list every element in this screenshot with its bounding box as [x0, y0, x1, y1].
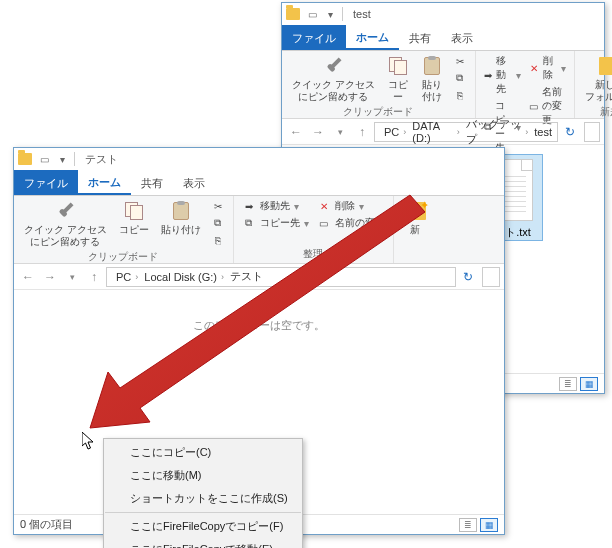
shortcut-icon: ⎘: [211, 233, 225, 247]
view-details-button[interactable]: ≣: [459, 518, 477, 532]
copy-button[interactable]: コピー: [115, 198, 153, 238]
titlebar[interactable]: ▭ ▾ test: [282, 3, 604, 25]
new-folder-label: 新しい フォルダー: [585, 79, 612, 103]
delete-button[interactable]: ✕削除▾: [527, 53, 568, 83]
up-button[interactable]: ↑: [84, 267, 104, 287]
rename-button[interactable]: ▭名前の変更: [315, 215, 387, 231]
search-field[interactable]: [482, 267, 500, 287]
back-button[interactable]: ←: [18, 267, 38, 287]
qat-save-icon[interactable]: ▭: [36, 151, 52, 167]
back-button[interactable]: ←: [286, 122, 306, 142]
context-menu-item[interactable]: ここにFireFileCopyで移動(E): [104, 538, 302, 548]
pasteshortcut-mini-button[interactable]: ⎘: [209, 232, 227, 248]
bc-pc[interactable]: PC: [116, 271, 131, 283]
context-menu-item[interactable]: ショートカットをここに作成(S): [104, 487, 302, 510]
group-clipboard-label: クリップボード: [20, 250, 227, 266]
tab-file[interactable]: ファイル: [282, 25, 346, 50]
search-field[interactable]: [584, 122, 600, 142]
move-to-button[interactable]: ➡移動先▾: [240, 198, 311, 214]
titlebar[interactable]: ▭ ▾ テスト: [14, 148, 504, 170]
context-menu-item[interactable]: ここに移動(M): [104, 464, 302, 487]
qat-dropdown-icon[interactable]: ▾: [54, 151, 70, 167]
bc-pc[interactable]: PC: [384, 126, 399, 138]
ribbon: クイック アクセス にピン留めする コピー 貼り付け ✂ ⧉ ⎘ クリップボード…: [282, 51, 604, 119]
paste-label: 貼り付け: [421, 79, 443, 103]
refresh-button[interactable]: ↻: [560, 125, 580, 139]
copy-to-button[interactable]: ⧉コピー先▾: [240, 215, 311, 231]
view-icons-button[interactable]: ▦: [480, 518, 498, 532]
delete-button[interactable]: ✕削除▾: [315, 198, 387, 214]
qat-save-icon[interactable]: ▭: [304, 6, 320, 22]
menu-separator: [105, 512, 301, 513]
window-title: テスト: [85, 152, 118, 167]
paste-button[interactable]: 貼り付け: [157, 198, 205, 238]
folder-icon: [18, 153, 32, 165]
ribbon-tabs: ファイル ホーム 共有 表示: [14, 170, 504, 196]
pin-label: クイック アクセス にピン留めする: [292, 79, 375, 103]
pin-quickaccess-button[interactable]: クイック アクセス にピン留めする: [288, 53, 379, 105]
breadcrumb[interactable]: PC› DATA (D:)› バックアップ› test: [374, 122, 558, 142]
bc-drive[interactable]: Local Disk (G:): [144, 271, 217, 283]
history-dropdown[interactable]: ▾: [62, 267, 82, 287]
empty-folder-text: このフォルダーは空です。: [193, 318, 325, 333]
context-menu-item[interactable]: ここにコピー(C): [104, 441, 302, 464]
drag-context-menu: ここにコピー(C)ここに移動(M)ショートカットをここに作成(S)ここにFire…: [103, 438, 303, 548]
tab-home[interactable]: ホーム: [346, 25, 399, 50]
copyto-icon: ⧉: [242, 216, 256, 230]
copypath-mini-button[interactable]: ⧉: [209, 215, 227, 231]
up-button[interactable]: ↑: [352, 122, 372, 142]
forward-button[interactable]: →: [40, 267, 60, 287]
paste-button[interactable]: 貼り付け: [417, 53, 447, 105]
refresh-button[interactable]: ↻: [458, 270, 478, 284]
tab-share[interactable]: 共有: [399, 25, 441, 50]
shortcut-icon: ⎘: [453, 88, 467, 102]
context-menu-item[interactable]: ここにFireFileCopyでコピー(F): [104, 515, 302, 538]
tab-home[interactable]: ホーム: [78, 170, 131, 195]
window-title: test: [353, 8, 371, 20]
bc-folder[interactable]: テスト: [230, 269, 263, 284]
forward-button[interactable]: →: [308, 122, 328, 142]
tab-share[interactable]: 共有: [131, 170, 173, 195]
breadcrumb[interactable]: PC› Local Disk (G:)› テスト: [106, 267, 456, 287]
bc-folder2[interactable]: test: [534, 126, 552, 138]
view-details-button[interactable]: ≣: [559, 377, 577, 391]
tab-file[interactable]: ファイル: [14, 170, 78, 195]
rename-icon: ▭: [529, 99, 538, 113]
moveto-icon: ➡: [242, 199, 256, 213]
rename-icon: ▭: [317, 216, 331, 230]
nav-bar: ← → ▾ ↑ PC› DATA (D:)› バックアップ› test ↻: [282, 119, 604, 145]
bc-folder1[interactable]: バックアップ: [466, 117, 521, 147]
group-new-label: 新規: [581, 105, 612, 121]
copy-button[interactable]: コピー: [383, 53, 413, 105]
pasteshortcut-mini-button[interactable]: ⎘: [451, 87, 469, 103]
new-folder-button[interactable]: ✦新しい フォルダー: [581, 53, 612, 105]
moveto-icon: ➡: [484, 68, 492, 82]
tab-view[interactable]: 表示: [173, 170, 215, 195]
qat-dropdown-icon[interactable]: ▾: [322, 6, 338, 22]
copy-label: コピー: [387, 79, 409, 103]
bc-drive[interactable]: DATA (D:): [412, 120, 453, 144]
copypath-mini-button[interactable]: ⧉: [451, 70, 469, 86]
folder-icon: [286, 8, 300, 20]
cut-icon: ✂: [453, 54, 467, 68]
status-count: 0 個の項目: [20, 517, 73, 532]
move-to-button[interactable]: ➡移動先▾: [482, 53, 523, 97]
nav-bar: ← → ▾ ↑ PC› Local Disk (G:)› テスト ↻: [14, 264, 504, 290]
cut-icon: ✂: [211, 199, 225, 213]
delete-icon: ✕: [529, 61, 539, 75]
path-icon: ⧉: [211, 216, 225, 230]
ribbon-tabs: ファイル ホーム 共有 表示: [282, 25, 604, 51]
path-icon: ⧉: [453, 71, 467, 85]
new-folder-button[interactable]: ✦新: [400, 198, 430, 238]
delete-icon: ✕: [317, 199, 331, 213]
view-icons-button[interactable]: ▦: [580, 377, 598, 391]
tab-view[interactable]: 表示: [441, 25, 483, 50]
group-organize-label: 整理: [240, 247, 387, 263]
cut-mini-button[interactable]: ✂: [451, 53, 469, 69]
ribbon: クイック アクセス にピン留めする コピー 貼り付け ✂ ⧉ ⎘ クリップボード…: [14, 196, 504, 264]
cut-mini-button[interactable]: ✂: [209, 198, 227, 214]
history-dropdown[interactable]: ▾: [330, 122, 350, 142]
pin-quickaccess-button[interactable]: クイック アクセス にピン留めする: [20, 198, 111, 250]
